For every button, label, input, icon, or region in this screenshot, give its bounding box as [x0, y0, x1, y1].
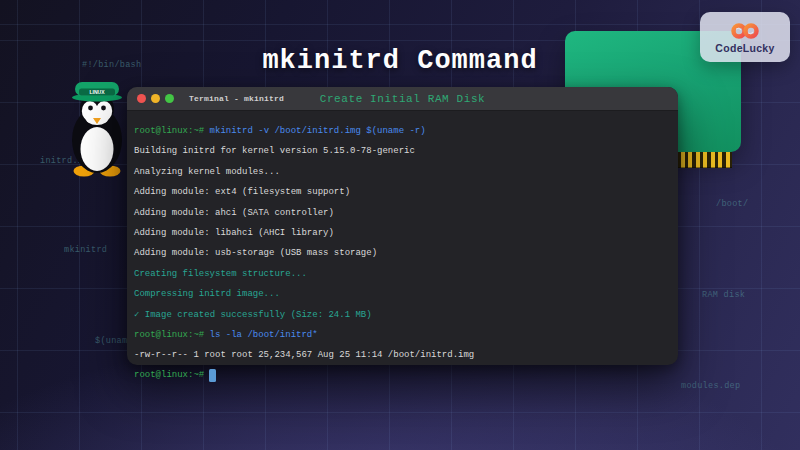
terminal-window: Terminal - mkinitrd Create Initial RAM D… [127, 87, 678, 365]
terminal-line: Creating filesystem structure... [134, 264, 678, 284]
infinity-logo-icon [726, 21, 764, 41]
terminal-lines[interactable]: root@linux:~# mkinitrd -v /boot/initrd.i… [127, 111, 678, 366]
brand-name: CodeLucky [715, 42, 774, 54]
zoom-button[interactable] [165, 94, 174, 103]
terminal-line: root@linux:~# mkinitrd -v /boot/initrd.i… [134, 121, 678, 141]
shell-command: ls -la /boot/initrd* [204, 330, 317, 340]
penguin-eye [101, 106, 106, 111]
close-button[interactable] [137, 94, 146, 103]
window-title: Terminal - mkinitrd [189, 94, 284, 103]
terminal-line: -rw-r--r-- 1 root root 25,234,567 Aug 25… [134, 345, 678, 365]
background-label: modules.dep [681, 381, 740, 391]
shell-prompt: root@linux:~# [134, 330, 204, 340]
text-cursor [209, 369, 216, 382]
terminal-titlebar: Terminal - mkinitrd Create Initial RAM D… [127, 87, 678, 111]
shell-prompt: root@linux:~# [134, 126, 204, 136]
terminal-line: Adding module: ext4 (filesystem support) [134, 182, 678, 202]
prompt-text: root@linux:~# [134, 370, 204, 380]
terminal-line: Adding module: usb-storage (USB mass sto… [134, 243, 678, 263]
minimize-button[interactable] [151, 94, 160, 103]
background-label: RAM disk [702, 290, 745, 300]
terminal-line: root@linux:~# ls -la /boot/initrd* [134, 325, 678, 345]
terminal-line: Analyzing kernel modules... [134, 162, 678, 182]
terminal-line: ✓ Image created successfully (Size: 24.1… [134, 305, 678, 325]
background-label: mkinitrd [64, 245, 107, 255]
terminal-line: Building initrd for kernel version 5.15.… [134, 141, 678, 161]
shell-command: mkinitrd -v /boot/initrd.img $(uname -r) [204, 126, 425, 136]
cap-label: LINUX [90, 89, 106, 95]
linux-cap: LINUX [72, 82, 122, 102]
window-subtitle: Create Initial RAM Disk [320, 93, 486, 105]
penguin-eye [88, 106, 93, 111]
terminal-line: Adding module: ahci (SATA controller) [134, 203, 678, 223]
traffic-lights [137, 94, 179, 103]
background-label: /boot/ [716, 199, 748, 209]
terminal-line: Compressing initrd image... [134, 284, 678, 304]
active-prompt[interactable]: root@linux:~# [134, 365, 216, 385]
terminal-line: Adding module: libahci (AHCI library) [134, 223, 678, 243]
tux-penguin-illustration: LINUX [65, 78, 129, 178]
brand-badge: CodeLucky [700, 12, 790, 62]
